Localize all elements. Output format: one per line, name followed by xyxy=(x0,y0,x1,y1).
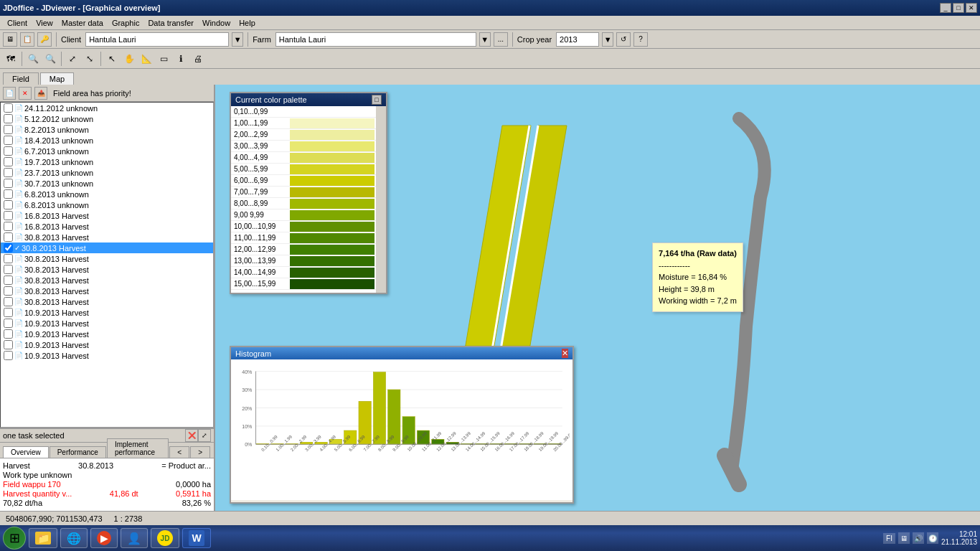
list-item[interactable]: 📄 30.7.2013 unknown xyxy=(1,178,213,189)
color-palette-title-text: Current color palette xyxy=(235,95,307,104)
list-item[interactable]: 📄 8.2.2013 unknown xyxy=(1,124,213,135)
taskbar-app-user[interactable]: 👤 xyxy=(121,528,148,548)
crop-year-combo[interactable]: 2013 xyxy=(556,32,599,47)
taskbar-app-folder[interactable]: 📁 xyxy=(29,528,57,548)
color-palette-close[interactable]: □ xyxy=(372,95,382,105)
list-item[interactable]: 📄 5.12.2012 unknown xyxy=(1,113,213,124)
tab-map[interactable]: Map xyxy=(40,72,74,85)
palette-color xyxy=(290,187,374,197)
minimize-button[interactable]: _ xyxy=(940,3,951,13)
tool-info[interactable]: ℹ xyxy=(173,51,189,67)
list-item[interactable]: 📄 30.8.2013 Harvest xyxy=(1,275,213,286)
tool-zoom-in[interactable]: 🔍 xyxy=(25,51,41,67)
toolbar-icon-1[interactable]: 🖥 xyxy=(3,32,17,47)
btab-nav-right[interactable]: > xyxy=(190,446,210,458)
menu-datatransfer[interactable]: Data transfer xyxy=(143,16,198,30)
tool-pan[interactable]: ✋ xyxy=(121,51,137,67)
window-controls[interactable]: _ □ ✕ xyxy=(940,3,977,13)
taskbar-app-jd[interactable]: JD xyxy=(151,528,179,548)
status-icon-2[interactable]: ⤢ xyxy=(198,429,211,442)
tool-measure[interactable]: 📐 xyxy=(138,51,154,67)
palette-scrollbar[interactable] xyxy=(376,106,386,293)
crop-year-value: 2013 xyxy=(560,35,577,44)
file-icon: 📄 xyxy=(14,319,23,327)
tool-cursor[interactable]: ↖ xyxy=(104,51,120,67)
menu-view[interactable]: View xyxy=(32,16,57,30)
menu-client[interactable]: Client xyxy=(3,16,32,30)
toolbar-refresh[interactable]: ↺ xyxy=(616,32,631,47)
field-export-icon[interactable]: 📤 xyxy=(34,87,47,100)
tool-map[interactable]: 🗺 xyxy=(3,51,19,67)
toolbar-help[interactable]: ? xyxy=(633,32,648,47)
toolbar-separator-2 xyxy=(248,32,248,47)
crop-year-arrow[interactable]: ▼ xyxy=(602,32,613,47)
client-combo-arrow[interactable]: ▼ xyxy=(232,32,243,47)
close-button[interactable]: ✕ xyxy=(966,3,977,13)
histogram-chart: 40% 30% 20% 10% 0% xyxy=(234,362,570,497)
menu-masterdata[interactable]: Master data xyxy=(57,16,108,30)
tool-sep-2 xyxy=(61,52,62,66)
farm-combo[interactable]: Hantula Lauri xyxy=(275,32,476,47)
palette-label: 0,10...0,99 xyxy=(231,108,288,116)
menu-help[interactable]: Help xyxy=(235,16,260,30)
tool-select[interactable]: ▭ xyxy=(156,51,171,67)
tab-field[interactable]: Field xyxy=(3,72,39,85)
client-combo[interactable]: Hantula Lauri xyxy=(85,32,229,47)
list-item[interactable]: 📄 16.8.2013 Harvest xyxy=(1,221,213,232)
field-new-icon[interactable]: 📄 xyxy=(3,87,16,100)
file-icon: 📄 xyxy=(14,222,23,230)
tool-expand[interactable]: ⤢ xyxy=(65,51,80,67)
list-item[interactable]: 📄 30.8.2013 Harvest xyxy=(1,264,213,275)
list-item[interactable]: 📄 10.9.2013 Harvest xyxy=(1,329,213,339)
taskbar-app-ie[interactable]: 🌐 xyxy=(60,528,88,548)
list-item[interactable]: 📄 30.8.2013 Harvest xyxy=(1,232,213,242)
list-item[interactable]: 📄 10.9.2013 Harvest xyxy=(1,339,213,350)
harvest-qty-label[interactable]: Harvest quantity v... xyxy=(3,489,72,498)
status-icon-1[interactable]: ❌ xyxy=(185,429,198,442)
list-item[interactable]: 📄 30.8.2013 Harvest xyxy=(1,296,213,307)
btab-nav-left[interactable]: < xyxy=(169,446,189,458)
toolbar-icon-2[interactable]: 📋 xyxy=(20,32,34,47)
menu-window[interactable]: Window xyxy=(198,16,235,30)
list-item[interactable]: 📄 10.9.2013 Harvest xyxy=(1,307,213,318)
menu-graphic[interactable]: Graphic xyxy=(108,16,144,30)
toolbar-dots[interactable]: ... xyxy=(494,32,508,47)
taskbar-app-word[interactable]: W xyxy=(182,528,211,548)
histogram-close[interactable]: ✕ xyxy=(562,349,568,358)
palette-label: 7,00...7,99 xyxy=(231,188,288,196)
taskbar-app-media[interactable]: ▶ xyxy=(90,528,118,548)
palette-color xyxy=(290,130,374,140)
tool-zoom-out[interactable]: 🔍 xyxy=(42,51,58,67)
list-item[interactable]: 📄 6.8.2013 unknown xyxy=(1,199,213,210)
list-item[interactable]: 📄 30.8.2013 Harvest xyxy=(1,253,213,264)
list-item[interactable]: 📄 6.7.2013 unknown xyxy=(1,146,213,156)
map-area[interactable]: Current color palette □ 0,10...0,99 1,00… xyxy=(215,85,980,511)
file-list[interactable]: 📄 24.11.2012 unknown 📄 5.12.2012 unknown… xyxy=(0,102,214,428)
maximize-button[interactable]: □ xyxy=(953,3,964,13)
tool-print[interactable]: 🖨 xyxy=(190,51,206,67)
list-item[interactable]: 📄 18.4.2013 unknown xyxy=(1,135,213,146)
list-item[interactable]: 📄 30.8.2013 Harvest xyxy=(1,286,213,296)
tool-contract[interactable]: ⤡ xyxy=(82,51,98,67)
start-button[interactable]: ⊞ xyxy=(3,527,26,550)
list-item[interactable]: 📄 23.7.2013 unknown xyxy=(1,167,213,178)
palette-label: 9,00 9,99 xyxy=(231,211,288,219)
file-icon: 📄 xyxy=(14,309,23,316)
list-item[interactable]: 📄 16.8.2013 Harvest xyxy=(1,210,213,221)
field-link[interactable]: Field wappu 170 xyxy=(3,480,61,489)
btab-implement[interactable]: Implement performance xyxy=(107,438,169,458)
file-icon: 📄 xyxy=(14,265,23,273)
list-item[interactable]: 📄 10.9.2013 Harvest xyxy=(1,318,213,329)
list-item[interactable]: 📄 19.7.2013 unknown xyxy=(1,156,213,167)
toolbar-icon-3[interactable]: 🔑 xyxy=(37,32,52,47)
work-type-row: Work type unknown xyxy=(3,471,211,479)
btab-performance[interactable]: Performance xyxy=(50,446,106,458)
list-item[interactable]: 📄 24.11.2012 unknown xyxy=(1,103,213,113)
harvest-qty-dt: 41,86 dt xyxy=(110,489,138,498)
btab-overview[interactable]: Overview xyxy=(3,446,49,458)
farm-combo-arrow[interactable]: ▼ xyxy=(479,32,491,47)
field-delete-icon[interactable]: ✕ xyxy=(19,87,32,100)
list-item[interactable]: 📄 6.8.2013 unknown xyxy=(1,189,213,199)
list-item[interactable]: 📄 10.9.2013 Harvest xyxy=(1,350,213,361)
list-item-selected[interactable]: ✓ 30.8.2013 Harvest xyxy=(1,242,213,253)
